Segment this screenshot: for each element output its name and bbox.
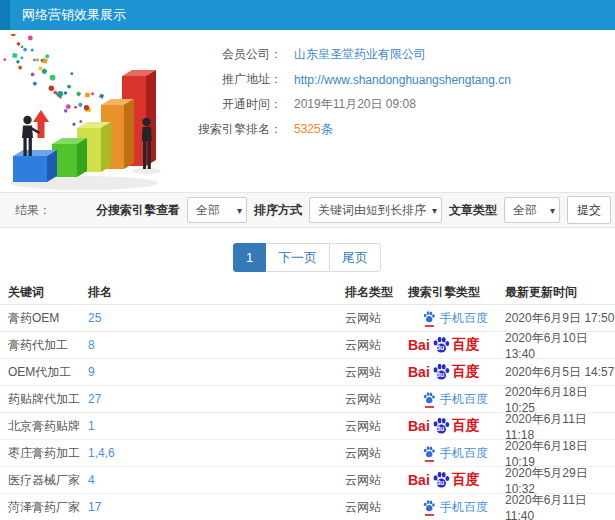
rank-link[interactable]: 9 <box>88 365 95 379</box>
keyword-cell: 药贴牌代加工 <box>0 391 85 408</box>
rank-type-cell: 云网站 <box>343 445 405 462</box>
updated-cell: 2020年6月9日 17:50 <box>503 310 615 327</box>
engine-filter-select[interactable]: 全部 <box>187 197 247 223</box>
table-row: 药贴牌代加工 27 云网站 手机百度 2020年6月18日 10:25 <box>0 386 615 413</box>
baidu-paw-icon <box>422 499 436 516</box>
keyword-cell: 枣庄膏药加工 <box>0 445 85 462</box>
info-row-rank: 搜索引擎排名： 5325条 <box>192 117 511 142</box>
baidu-logo: Bai du 百度 <box>408 362 480 382</box>
updated-cell: 2020年6月11日 11:40 <box>503 492 615 520</box>
results-table: 关键词 排名 排名类型 搜索引擎类型 最新更新时间 膏药OEM 25 云网站 手… <box>0 281 615 520</box>
table-row: 枣庄膏药加工 1,4,6 云网站 手机百度 2020年6月18日 10:19 <box>0 440 615 467</box>
baidu-logo-du: du <box>436 344 445 351</box>
header-rank-type: 排名类型 <box>343 284 405 301</box>
marketing-chart-image <box>0 34 192 192</box>
baidu-logo: Bai du 百度 <box>408 335 480 355</box>
baidu-logo-name: 百度 <box>452 471 480 489</box>
sort-label: 排序方式 <box>254 202 302 219</box>
table-body: 膏药OEM 25 云网站 手机百度 2020年6月9日 17:50 膏药代加工 … <box>0 305 615 520</box>
rank-link[interactable]: 25 <box>88 311 101 325</box>
info-row-opened: 开通时间： 2019年11月20日 09:08 <box>192 92 511 117</box>
baidu-paw-icon: du <box>431 335 451 355</box>
table-row: 医疗器械厂家 4 云网站 Bai du 百度 2020年5月29日 10:32 <box>0 467 615 494</box>
rank-link[interactable]: 17 <box>88 500 101 514</box>
table-row: 膏药代加工 8 云网站 Bai du 百度 2020年6月10日 13:40 <box>0 332 615 359</box>
engine-cell: 手机百度 <box>405 310 503 327</box>
page-title: 网络营销效果展示 <box>22 6 126 24</box>
engine-rank-value: 5325条 <box>294 121 333 138</box>
rank-link[interactable]: 8 <box>88 338 95 352</box>
engine-cell: Bai du 百度 <box>405 335 503 355</box>
mobile-baidu-label: 手机百度 <box>440 445 488 462</box>
baidu-logo-bai: Bai <box>408 337 430 353</box>
table-header-row: 关键词 排名 排名类型 搜索引擎类型 最新更新时间 <box>0 281 615 305</box>
table-row: 菏泽膏药厂家 17 云网站 手机百度 2020年6月11日 11:40 <box>0 494 615 520</box>
engine-cell: Bai du 百度 <box>405 416 503 436</box>
info-row-url: 推广地址： http://www.shandonghuangshengtang.… <box>192 67 511 92</box>
engine-filter-label: 分搜索引擎查看 <box>96 202 180 219</box>
keyword-cell: 医疗器械厂家 <box>0 472 85 489</box>
page-1-button[interactable]: 1 <box>233 243 266 272</box>
article-type-select[interactable]: 全部 <box>504 197 560 223</box>
last-page-button[interactable]: 尾页 <box>329 243 381 272</box>
sort-value: 关键词由短到长排序 <box>318 202 426 219</box>
rank-link[interactable]: 27 <box>88 392 101 406</box>
baidu-logo-name: 百度 <box>452 363 480 381</box>
header-engine-type: 搜索引擎类型 <box>405 284 503 301</box>
baidu-paw-icon: du <box>431 416 451 436</box>
engine-cell: 手机百度 <box>405 391 503 408</box>
company-link[interactable]: 山东皇圣堂药业有限公司 <box>294 46 426 63</box>
engine-rank-label: 搜索引擎排名： <box>192 121 282 138</box>
baidu-logo-du: du <box>436 371 445 378</box>
engine-filter-value: 全部 <box>196 202 220 219</box>
rank-type-cell: 云网站 <box>343 391 405 408</box>
article-type-value: 全部 <box>513 202 537 219</box>
promo-url-link[interactable]: http://www.shandonghuangshengtang.cn <box>294 73 511 87</box>
mobile-baidu-logo: 手机百度 <box>422 499 488 516</box>
submit-button[interactable]: 提交 <box>567 196 611 224</box>
bar-blue <box>13 150 57 182</box>
header-keyword: 关键词 <box>0 284 85 301</box>
confetti-decoration <box>3 34 104 133</box>
mobile-red-bar <box>425 514 434 516</box>
baidu-paw-icon: du <box>431 470 451 490</box>
baidu-paw-icon <box>422 310 436 327</box>
mobile-baidu-label: 手机百度 <box>440 499 488 516</box>
info-row-company: 会员公司： 山东皇圣堂药业有限公司 <box>192 42 511 67</box>
filter-bar: 结果： 分搜索引擎查看 全部 排序方式 关键词由短到长排序 文章类型 全部 提交 <box>0 192 615 228</box>
header-rank: 排名 <box>85 284 343 301</box>
rank-link[interactable]: 1,4,6 <box>88 446 115 460</box>
next-page-button[interactable]: 下一页 <box>265 243 330 272</box>
keyword-cell: 膏药代加工 <box>0 337 85 354</box>
rank-link[interactable]: 4 <box>88 473 95 487</box>
growth-arrow <box>33 110 49 138</box>
updated-cell: 2020年6月10日 13:40 <box>503 330 615 361</box>
keyword-cell: 菏泽膏药厂家 <box>0 499 85 516</box>
bar-green <box>52 138 87 177</box>
baidu-logo-du: du <box>436 425 445 432</box>
rank-type-cell: 云网站 <box>343 310 405 327</box>
mobile-red-bar <box>425 460 434 462</box>
open-time-value: 2019年11月20日 09:08 <box>294 96 416 113</box>
mobile-red-bar <box>425 406 434 408</box>
sort-select[interactable]: 关键词由短到长排序 <box>309 197 442 223</box>
rank-link[interactable]: 1 <box>88 419 95 433</box>
mobile-red-bar <box>425 325 434 327</box>
mobile-baidu-logo: 手机百度 <box>422 391 488 408</box>
table-row: 膏药OEM 25 云网站 手机百度 2020年6月9日 17:50 <box>0 305 615 332</box>
pagination: 1 下一页 尾页 <box>0 243 615 272</box>
engine-cell: Bai du 百度 <box>405 362 503 382</box>
keyword-cell: OEM代加工 <box>0 364 85 381</box>
mobile-baidu-logo: 手机百度 <box>422 310 488 327</box>
updated-cell: 2020年6月5日 14:57 <box>503 364 615 381</box>
rank-unit: 条 <box>321 122 333 136</box>
baidu-logo-name: 百度 <box>452 417 480 435</box>
rank-type-cell: 云网站 <box>343 418 405 435</box>
filter-controls: 分搜索引擎查看 全部 排序方式 关键词由短到长排序 文章类型 全部 提交 <box>96 196 611 224</box>
table-row: 北京膏药贴牌 1 云网站 Bai du 百度 2020年6月11日 11:18 <box>0 413 615 440</box>
app-header: 网络营销效果展示 <box>0 0 615 30</box>
engine-cell: 手机百度 <box>405 445 503 462</box>
rank-type-cell: 云网站 <box>343 499 405 516</box>
baidu-logo: Bai du 百度 <box>408 470 480 490</box>
rank-count: 5325 <box>294 122 321 136</box>
